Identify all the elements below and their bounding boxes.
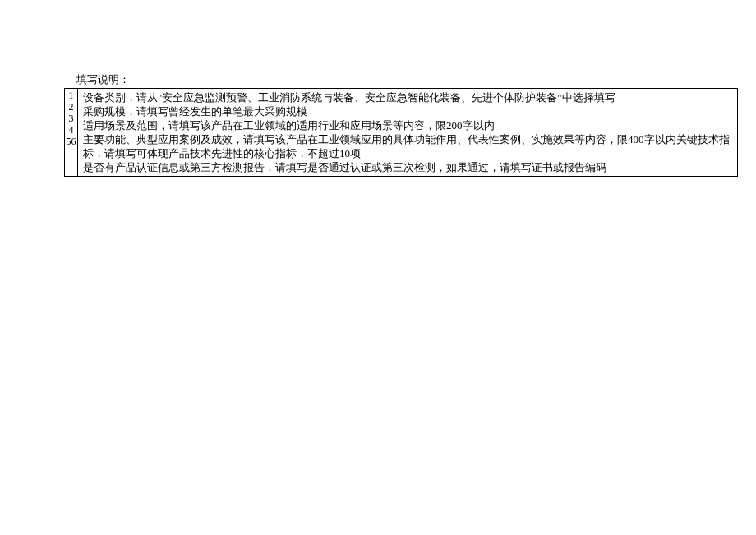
instruction-item: 主要功能、典型应用案例及成效，请填写该产品在工业领域应用的具体功能作用、代表性案… xyxy=(83,132,734,160)
instructions-table: 1 2 3 4 56 设备类别，请从"安全应急监测预警、工业消防系统与装备、安全… xyxy=(64,88,738,177)
instruction-item: 采购规模，请填写曾经发生的单笔最大采购规模 xyxy=(83,104,734,118)
content-column: 设备类别，请从"安全应急监测预警、工业消防系统与装备、安全应急智能化装备、先进个… xyxy=(78,89,737,176)
row-number: 2 xyxy=(69,101,74,113)
instructions-title: 填写说明： xyxy=(64,72,738,87)
instruction-item: 设备类别，请从"安全应急监测预警、工业消防系统与装备、安全应急智能化装备、先进个… xyxy=(83,90,734,104)
instruction-item: 是否有产品认证信息或第三方检测报告，请填写是否通过认证或第三次检测，如果通过，请… xyxy=(83,160,734,174)
instruction-item: 适用场景及范围，请填写该产品在工业领域的适用行业和应用场景等内容，限200字以内 xyxy=(83,118,734,132)
document-wrapper: 填写说明： 1 2 3 4 56 设备类别，请从"安全应急监测预警、工业消防系统… xyxy=(0,0,756,177)
number-column: 1 2 3 4 56 xyxy=(65,89,78,176)
row-number: 3 xyxy=(69,113,74,124)
row-number: 1 xyxy=(69,90,74,101)
row-number: 56 xyxy=(67,136,76,147)
row-number: 4 xyxy=(69,124,74,136)
